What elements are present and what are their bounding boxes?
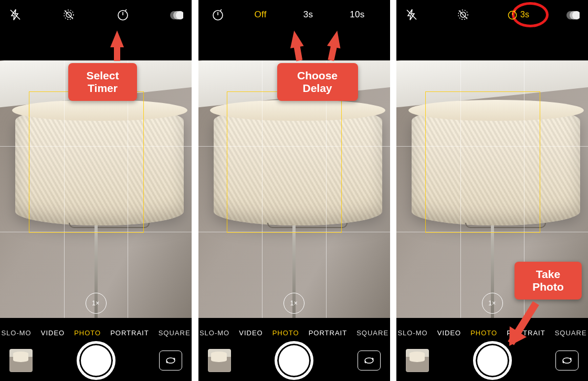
last-photo-thumbnail[interactable] — [406, 349, 429, 372]
zoom-label: 1× — [92, 300, 100, 307]
mode-photo[interactable]: PHOTO — [470, 329, 497, 337]
focus-indicator — [227, 91, 342, 233]
timer-option-3s[interactable]: 3s — [303, 9, 313, 20]
mode-video[interactable]: VIDEO — [239, 329, 262, 337]
flash-icon[interactable] — [404, 7, 419, 23]
timer-active-label: 3s — [520, 10, 529, 19]
mode-photo[interactable]: PHOTO — [74, 329, 101, 337]
camera-bottom-toolbar — [396, 340, 588, 381]
last-photo-thumbnail[interactable] — [208, 349, 231, 372]
annotation-callout: SelectTimer — [68, 63, 137, 101]
annotation-callout: TakePhoto — [514, 262, 582, 300]
camera-mode-strip[interactable]: SLO-MO VIDEO PHOTO PORTRAIT SQUARE — [198, 325, 390, 340]
mode-slomo[interactable]: SLO-MO — [200, 329, 229, 337]
annotation-arrow-icon — [110, 30, 124, 47]
mode-square[interactable]: SQUARE — [159, 329, 191, 337]
last-photo-thumbnail[interactable] — [9, 349, 33, 372]
timer-icon[interactable] — [210, 7, 226, 23]
zoom-label: 1× — [290, 300, 298, 307]
mode-portrait[interactable]: PORTRAIT — [309, 329, 348, 337]
focus-indicator — [29, 91, 144, 233]
mode-square[interactable]: SQUARE — [555, 329, 587, 337]
camera-top-toolbar: 3s — [396, 0, 588, 29]
phone-frame-3: 3s 1× SLO-MO VIDEO PHOTO PORTRAIT SQUARE — [396, 0, 588, 381]
live-photo-icon[interactable] — [61, 7, 77, 23]
camera-bottom-toolbar — [0, 340, 192, 381]
mode-photo[interactable]: PHOTO — [272, 329, 299, 337]
mode-video[interactable]: VIDEO — [437, 329, 461, 337]
camera-switch-button[interactable] — [555, 351, 579, 370]
zoom-label: 1× — [488, 300, 496, 307]
shutter-button[interactable] — [77, 341, 116, 380]
live-photo-icon[interactable] — [455, 7, 471, 23]
timer-option-10s[interactable]: 10s — [350, 9, 364, 20]
filters-icon[interactable] — [565, 7, 581, 23]
zoom-toggle[interactable]: 1× — [86, 293, 107, 314]
timer-active-indicator[interactable]: 3s — [507, 7, 529, 23]
mode-slomo[interactable]: SLO-MO — [1, 329, 31, 337]
camera-bottom-toolbar — [198, 340, 390, 381]
shutter-button[interactable] — [275, 341, 313, 380]
camera-top-toolbar — [0, 0, 192, 29]
timer-option-off[interactable]: Off — [255, 9, 267, 20]
tutorial-triptych: 1× SLO-MO VIDEO PHOTO PORTRAIT SQUARE Se… — [0, 0, 588, 381]
camera-switch-button[interactable] — [159, 351, 182, 370]
camera-switch-button[interactable] — [358, 351, 381, 370]
mode-square[interactable]: SQUARE — [356, 329, 388, 337]
shutter-button[interactable] — [473, 341, 512, 380]
camera-mode-strip[interactable]: SLO-MO VIDEO PHOTO PORTRAIT SQUARE — [396, 325, 588, 340]
camera-mode-strip[interactable]: SLO-MO VIDEO PHOTO PORTRAIT SQUARE — [0, 325, 192, 340]
phone-frame-1: 1× SLO-MO VIDEO PHOTO PORTRAIT SQUARE Se… — [0, 0, 192, 381]
annotation-arrow-icon — [327, 29, 343, 49]
annotation-callout: ChooseDelay — [277, 63, 358, 101]
mode-slomo[interactable]: SLO-MO — [397, 329, 427, 337]
mode-portrait[interactable]: PORTRAIT — [110, 329, 149, 337]
zoom-toggle[interactable]: 1× — [482, 293, 503, 314]
timer-options-bar: Off 3s 10s — [198, 0, 390, 29]
focus-indicator — [425, 91, 540, 233]
zoom-toggle[interactable]: 1× — [284, 293, 304, 314]
timer-icon[interactable] — [115, 7, 131, 23]
mode-video[interactable]: VIDEO — [41, 329, 65, 337]
svg-point-13 — [508, 11, 516, 19]
flash-icon[interactable] — [7, 7, 23, 23]
phone-frame-2: Off 3s 10s 1× SLO-MO VIDEO PHOTO PORTRAI… — [198, 0, 390, 381]
filters-icon[interactable] — [169, 7, 184, 23]
annotation-arrow-icon — [287, 29, 303, 48]
